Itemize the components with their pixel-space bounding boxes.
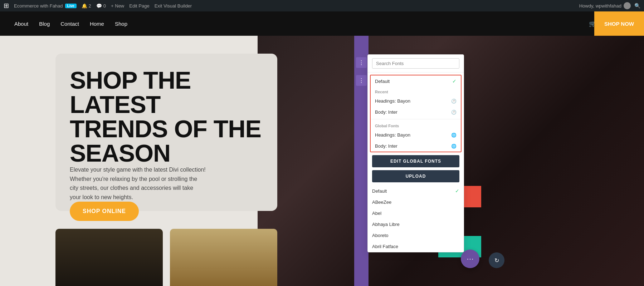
font-list-abeezee-label: ABeeZee (372, 199, 459, 205)
font-list-abril[interactable]: Abril Fatface (368, 241, 464, 252)
site-name-text: Ecommerce with Fahad (14, 3, 63, 9)
howdy-text: Howdy, wpwithfahad (579, 2, 631, 9)
purple-strip-btn-1[interactable]: ⋮ (356, 57, 367, 68)
recent-headings-item[interactable]: Headings: Bayon 🕐 (371, 95, 461, 107)
global-fonts-header: Global Fonts (371, 121, 461, 129)
global-body-item[interactable]: Body: Inter 🌐 (371, 140, 461, 152)
nav-links: About Blog Contact Home Shop (14, 21, 127, 27)
main-content: ⋮ ⋮ SHOP THE LATEST TRENDS OF THE SEASON… (0, 36, 644, 286)
font-list-abril-label: Abril Fatface (372, 244, 459, 249)
recent-body-label: Body: Inter (375, 109, 451, 115)
font-list-abeezee[interactable]: ABeeZee (368, 197, 464, 208)
nav-shop[interactable]: Shop (115, 21, 127, 27)
font-list-default-check: ✓ (455, 188, 459, 194)
edit-global-fonts-button[interactable]: EDIT GLOBAL FONTS (372, 155, 459, 167)
nav-bar: About Blog Contact Home Shop 🛒 0 items 🔍… (0, 11, 644, 36)
font-list-abel-label: Abel (372, 211, 459, 216)
global-body-label: Body: Inter (375, 143, 451, 149)
font-search-area (368, 55, 464, 73)
nav-contact[interactable]: Contact (60, 21, 79, 27)
font-default-check-icon: ✓ (452, 78, 457, 84)
admin-bar-right: Howdy, wpwithfahad 🔍 (579, 2, 640, 9)
globe-icon-2: 🌐 (451, 144, 457, 149)
exit-builder-item[interactable]: Exit Visual Builder (155, 3, 192, 9)
recent-body-item[interactable]: Body: Inter 🕐 (371, 107, 461, 118)
font-list-default-label: Default (372, 188, 455, 194)
divider-1 (371, 119, 461, 119)
font-list-abhaya-label: Abhaya Libre (372, 222, 459, 227)
nav-about[interactable]: About (14, 21, 28, 27)
hero-description: Elevate your style game with the latest … (70, 165, 206, 202)
hero-title: SHOP THE LATEST TRENDS OF THE SEASON (70, 68, 263, 165)
live-badge: Live (65, 4, 77, 8)
thumb-1 (55, 229, 163, 286)
fab-button[interactable]: ⋯ (461, 250, 479, 268)
refresh-icon: ↻ (494, 257, 499, 264)
hero-section: ⋮ ⋮ SHOP THE LATEST TRENDS OF THE SEASON… (0, 36, 644, 286)
thumb-2 (170, 229, 277, 286)
global-headings-label: Headings: Bayon (375, 132, 451, 138)
site-name[interactable]: Ecommerce with Fahad Live (14, 3, 77, 9)
admin-bar: ⊞ Ecommerce with Fahad Live 🔔 2 💬 0 + Ne… (0, 0, 644, 11)
font-search-input[interactable] (372, 58, 459, 69)
upload-button[interactable]: UPLOAD (372, 170, 459, 182)
comment-item[interactable]: 💬 0 (96, 3, 106, 9)
new-item[interactable]: + New (111, 3, 124, 9)
font-list-aboreto[interactable]: Aboreto (368, 230, 464, 241)
recent-header: Recent (371, 87, 461, 95)
nav-home[interactable]: Home (90, 21, 104, 27)
shop-now-button[interactable]: SHOP NOW (594, 11, 644, 36)
font-list-abel[interactable]: Abel (368, 208, 464, 219)
refresh-button[interactable]: ↻ (489, 252, 504, 268)
user-avatar (624, 2, 631, 9)
comment-count[interactable]: 🔔 2 (82, 3, 91, 9)
clock-icon-2: 🕐 (451, 110, 457, 115)
globe-icon-1: 🌐 (451, 133, 457, 138)
global-headings-item[interactable]: Headings: Bayon 🌐 (371, 129, 461, 140)
font-outlined-section: Default ✓ Recent Headings: Bayon 🕐 Body:… (370, 75, 462, 152)
edit-page-item[interactable]: Edit Page (129, 3, 149, 9)
font-list: Default ✓ ABeeZee Abel Abhaya Libre Abor… (368, 185, 464, 252)
fab-icon: ⋯ (467, 255, 474, 263)
font-default-item[interactable]: Default ✓ (371, 75, 461, 87)
recent-headings-label: Headings: Bayon (375, 98, 451, 104)
admin-bar-left: ⊞ Ecommerce with Fahad Live 🔔 2 💬 0 + Ne… (4, 2, 574, 10)
wp-logo-icon[interactable]: ⊞ (4, 2, 9, 10)
purple-strip-btn-2[interactable]: ⋮ (356, 75, 367, 86)
font-default-label: Default (375, 79, 452, 84)
font-picker-dropdown: Default ✓ Recent Headings: Bayon 🕐 Body:… (367, 54, 464, 252)
shop-online-button[interactable]: SHOP ONLINE (70, 202, 139, 221)
nav-blog[interactable]: Blog (39, 21, 50, 27)
font-list-default[interactable]: Default ✓ (368, 185, 464, 197)
font-list-aboreto-label: Aboreto (372, 233, 459, 238)
hero-card: SHOP THE LATEST TRENDS OF THE SEASON Ele… (55, 54, 277, 211)
bottom-thumbnails (55, 229, 277, 286)
font-list-abhaya[interactable]: Abhaya Libre (368, 219, 464, 230)
purple-edit-strip: ⋮ ⋮ (354, 36, 369, 286)
clock-icon-1: 🕐 (451, 99, 457, 104)
search-icon[interactable]: 🔍 (634, 3, 640, 9)
